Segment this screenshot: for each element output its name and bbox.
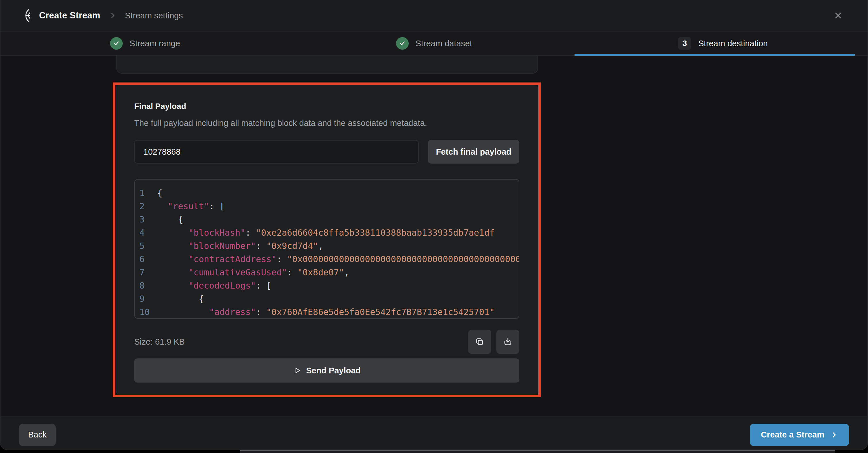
check-icon — [396, 37, 409, 50]
code-line: 10 "address": "0x760AfE86e5de5fa0Ee542fc… — [135, 306, 519, 319]
code-line: 4 "blockHash": "0xe2a6d6604c8ffa5b338110… — [135, 226, 519, 239]
create-stream-label: Create a Stream — [761, 430, 824, 440]
step-number-badge: 3 — [678, 37, 691, 50]
code-line: 8 "decodedLogs": [ — [135, 279, 519, 292]
modal-header: Create Stream Stream settings — [1, 0, 867, 32]
modal-footer: Back Create a Stream — [1, 417, 867, 450]
fetch-row: Fetch final payload — [134, 140, 519, 163]
tab-label: Stream range — [130, 39, 180, 48]
send-payload-button[interactable]: Send Payload — [134, 358, 519, 383]
payload-meta-row: Size: 61.9 KB — [134, 330, 519, 354]
download-button[interactable] — [496, 330, 519, 354]
code-line: 9 { — [135, 292, 519, 306]
tab-label: Stream dataset — [415, 39, 472, 48]
back-button[interactable]: Back — [19, 424, 56, 446]
tab-stream-destination[interactable]: 3 Stream destination — [579, 32, 867, 55]
tab-label: Stream destination — [698, 39, 768, 48]
section-title: Final Payload — [134, 102, 519, 111]
code-line: 7 "cumulativeGasUsed": "0x8de07", — [135, 266, 519, 279]
create-stream-modal: Create Stream Stream settings Stream ran… — [0, 0, 868, 450]
payload-actions — [468, 330, 519, 354]
section-description: The full payload including all matching … — [134, 118, 519, 128]
main-content: Final Payload The full payload including… — [1, 56, 867, 417]
code-line: 2 "result": [ — [135, 200, 519, 213]
code-line: 6 "contractAddress": "0x0000000000000000… — [135, 253, 519, 266]
tab-stream-range[interactable]: Stream range — [1, 32, 289, 55]
stepper-tabbar: Stream range Stream dataset 3 Stream des… — [1, 32, 867, 56]
code-lines: 1{2 "result": [3 {4 "blockHash": "0xe2a6… — [135, 186, 519, 319]
copy-icon — [474, 337, 485, 347]
code-line: 3 { — [135, 213, 519, 226]
final-payload-card: Final Payload The full payload including… — [115, 85, 538, 395]
breadcrumb: Stream settings — [125, 11, 183, 21]
download-icon — [503, 337, 513, 347]
create-stream-button[interactable]: Create a Stream — [750, 424, 849, 446]
tab-stream-dataset[interactable]: Stream dataset — [289, 32, 578, 55]
chevron-right-icon — [830, 431, 838, 439]
payload-size-label: Size: 61.9 KB — [134, 337, 185, 346]
breadcrumb-chevron-icon — [109, 12, 116, 19]
block-number-input[interactable] — [134, 140, 419, 163]
page-title: Create Stream — [39, 10, 100, 21]
fetch-final-payload-button[interactable]: Fetch final payload — [428, 140, 519, 163]
code-line: 1{ — [135, 186, 519, 200]
code-line: 5 "blockNumber": "0x9cd7d4", — [135, 239, 519, 253]
send-payload-label: Send Payload — [306, 366, 361, 375]
check-icon — [110, 37, 123, 50]
close-icon[interactable] — [830, 7, 846, 24]
previous-section-card — [116, 56, 538, 73]
play-icon — [293, 366, 302, 375]
streams-logo-icon — [19, 8, 33, 23]
copy-button[interactable] — [468, 330, 491, 354]
highlight-outline: Final Payload The full payload including… — [113, 83, 541, 397]
payload-code-viewer[interactable]: 1{2 "result": [3 {4 "blockHash": "0xe2a6… — [134, 179, 519, 319]
